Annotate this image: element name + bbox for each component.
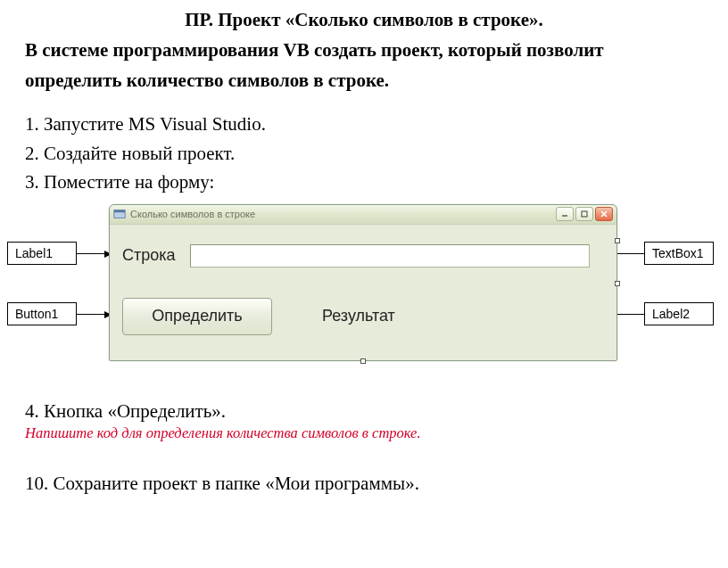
form-button1[interactable]: Определить — [122, 298, 272, 335]
figure-area: Label1 Button1 TextBox1 Label2 Сколько с… — [0, 204, 728, 383]
app-icon — [113, 208, 126, 220]
step-10: 10. Сохраните проект в папке «Мои програ… — [0, 442, 728, 495]
arrow-label1 — [77, 253, 111, 255]
window-titlebar: Сколько символов в строке — [110, 205, 616, 225]
window-title: Сколько символов в строке — [130, 209, 556, 219]
code-instruction: Напишите код для определения количества … — [0, 423, 728, 442]
window-buttons — [556, 207, 613, 221]
callout-label2: Label2 — [644, 302, 714, 325]
maximize-button[interactable] — [575, 207, 593, 221]
step-2: 2. Создайте новый проект. — [25, 139, 703, 169]
callout-button1: Button1 — [7, 302, 77, 325]
selection-handle — [615, 238, 620, 243]
doc-subtitle: В системе программирования VB создать пр… — [0, 31, 728, 95]
step-1: 1. Запустите MS Visual Studio. — [25, 110, 703, 139]
selection-handle — [615, 281, 620, 286]
doc-title: ПР. Проект «Сколько символов в строке». — [0, 0, 728, 31]
step-4: 4. Кнопка «Определить». — [0, 383, 728, 423]
form-window: Сколько символов в строке Строка Определ… — [109, 204, 617, 361]
form-textbox1[interactable] — [190, 244, 590, 268]
step-3: 3. Поместите на форму: — [25, 168, 703, 197]
steps-list: 1. Запустите MS Visual Studio. 2. Создай… — [0, 95, 728, 197]
close-button[interactable] — [595, 207, 613, 221]
minimize-button[interactable] — [556, 207, 574, 221]
form-body: Строка Определить Результат — [110, 225, 616, 360]
callout-label1: Label1 — [7, 242, 77, 265]
svg-rect-1 — [114, 210, 125, 213]
form-label2: Результат — [322, 307, 395, 325]
arrow-button1 — [77, 314, 111, 316]
form-label1: Строка — [122, 246, 176, 265]
svg-rect-3 — [582, 211, 587, 217]
selection-handle — [360, 358, 366, 364]
callout-textbox1: TextBox1 — [644, 242, 714, 265]
